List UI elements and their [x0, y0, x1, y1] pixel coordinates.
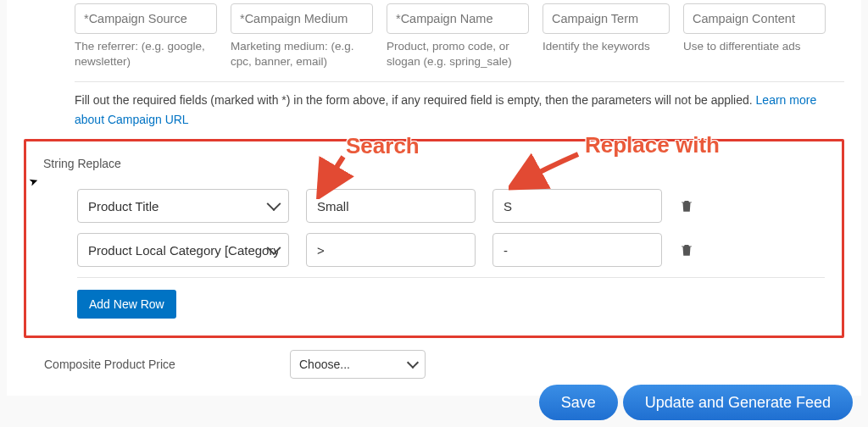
info-text: Fill out the required fields (marked wit… [24, 91, 844, 129]
divider [75, 81, 844, 82]
replace-search-input-0[interactable] [306, 189, 476, 223]
inner-divider [77, 277, 825, 278]
campaign-name-input[interactable] [387, 3, 529, 34]
string-replace-section: String Replace Product Title Product Loc… [24, 139, 844, 338]
campaign-content-hint: Use to differentiate ads [683, 39, 826, 54]
campaign-medium-input[interactable] [231, 3, 373, 34]
campaign-name-hint: Product, promo code, or slogan (e.g. spr… [387, 39, 529, 69]
composite-price-select[interactable]: Choose... [290, 350, 426, 379]
replace-field-select-0[interactable]: Product Title [77, 189, 289, 223]
trash-icon[interactable] [679, 241, 694, 259]
footer-bar: Save Update and Generate Feed [539, 385, 853, 420]
replace-row-0: Product Title [43, 189, 825, 223]
composite-price-label: Composite Product Price [44, 358, 264, 371]
string-replace-label: String Replace [43, 157, 825, 170]
campaign-fields-row: The referrer: (e.g. google, newsletter) … [24, 0, 844, 69]
campaign-medium-hint: Marketing medium: (e.g. cpc, banner, ema… [231, 39, 373, 69]
campaign-term-hint: Identify the keywords [542, 39, 670, 54]
replace-field-select-1[interactable]: Product Local Category [Category [77, 233, 289, 267]
replace-with-input-1[interactable] [492, 233, 662, 267]
composite-price-row: Composite Product Price Choose... [24, 350, 844, 379]
update-generate-feed-button[interactable]: Update and Generate Feed [623, 385, 853, 420]
add-new-row-button[interactable]: Add New Row [77, 290, 176, 319]
campaign-source-hint: The referrer: (e.g. google, newsletter) [75, 39, 217, 69]
campaign-content-input[interactable] [683, 3, 826, 34]
replace-search-input-1[interactable] [306, 233, 476, 267]
replace-with-input-0[interactable] [492, 189, 662, 223]
trash-icon[interactable] [679, 197, 694, 215]
save-button[interactable]: Save [539, 385, 618, 420]
campaign-source-input[interactable] [75, 3, 217, 34]
replace-row-1: Product Local Category [Category [43, 233, 825, 267]
campaign-term-input[interactable] [542, 3, 670, 34]
info-text-body: Fill out the required fields (marked wit… [75, 93, 756, 107]
